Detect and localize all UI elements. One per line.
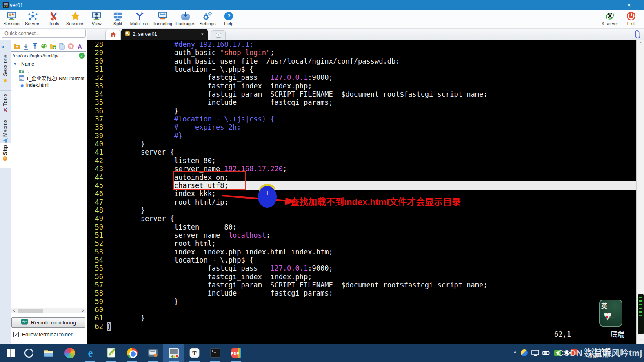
taskbar-app-pdf[interactable]: PDF	[226, 344, 246, 362]
line-number: 43	[91, 165, 103, 173]
taskbar-app-cmd[interactable]: >_	[205, 344, 226, 362]
main-toolbar: SessionServersToolsSessionsViewSplitMult…	[0, 10, 644, 29]
code-text: server {	[107, 148, 174, 156]
upload-icon[interactable]	[31, 43, 38, 50]
split-icon	[113, 11, 123, 21]
ball-icon[interactable]	[520, 349, 528, 357]
new-tab-button[interactable]: +	[211, 30, 226, 40]
taskbar-app-notepadpp[interactable]	[101, 344, 122, 362]
rename-icon[interactable]: A	[76, 43, 83, 50]
terminal-line: 35 include fastcgi_params;	[87, 98, 636, 106]
toolbar-sessions[interactable]: Sessions	[64, 10, 86, 29]
line-number: 37	[91, 115, 103, 123]
line-number: 57	[91, 281, 103, 289]
terminal-screen[interactable]: 28 #deny 192.168.17.1;29 auth_basic "sho…	[87, 40, 636, 344]
taskbar-app-mobaxterm[interactable]	[163, 344, 184, 362]
taskbar-app-player[interactable]	[59, 344, 80, 362]
toolbar-view[interactable]: View	[86, 10, 107, 29]
line-content: index index.php index.html index.htm;	[107, 248, 636, 256]
toolbar-help[interactable]: ?Help	[218, 10, 240, 29]
view-icon	[91, 11, 102, 21]
toolbar-tools[interactable]: Tools	[43, 10, 64, 29]
path-go-icon[interactable]: ✓	[79, 53, 85, 59]
file-tree-header[interactable]: ▾ Name	[11, 61, 86, 68]
download-icon[interactable]	[22, 43, 29, 50]
terminal-line: 41 server {	[87, 148, 636, 156]
tab-close-icon[interactable]: ×	[201, 31, 204, 37]
line-number: 50	[91, 223, 103, 231]
toolbar-session[interactable]: Session	[1, 10, 22, 29]
folder-up-icon[interactable]	[13, 43, 20, 50]
scroll-right-icon[interactable]: >	[81, 309, 86, 313]
minimize-button[interactable]	[581, 0, 600, 10]
file-row-1-lnmp-torrent[interactable]: 1_企业架构之LNMP.torrent	[11, 75, 86, 82]
terminal-line: 33 fastcgi_index index.php;	[87, 82, 636, 90]
code-text: ;	[270, 49, 274, 57]
follow-terminal-folder-checkbox[interactable]: ✓	[13, 332, 19, 337]
tunneling-icon	[158, 11, 168, 21]
taskbar-app-chrome[interactable]	[122, 344, 142, 362]
toolbar-tunneling[interactable]: Tunneling	[151, 10, 174, 29]
annotation-text: 查找加载不到index.html文件才会显示目录	[290, 194, 461, 207]
toolbar-label: Tunneling	[153, 21, 172, 26]
file-row--[interactable]: ..	[11, 68, 86, 75]
maximize-button[interactable]	[600, 0, 620, 10]
code-text: :9000;	[308, 264, 333, 272]
quick-connect-input[interactable]	[2, 29, 86, 38]
line-content: }	[107, 314, 636, 322]
sftp-path-input[interactable]	[11, 53, 79, 59]
battery-icon[interactable]	[542, 349, 550, 357]
line-number: 38	[91, 123, 103, 131]
toolbar-multiexec[interactable]: MultiExec	[129, 10, 151, 29]
new-folder-icon[interactable]	[49, 43, 56, 50]
code-text: fastcgi_index index.php;	[107, 273, 312, 281]
sidebar-tab-sessions[interactable]: Sessions★	[0, 53, 11, 90]
hscroll-thumb[interactable]	[18, 309, 43, 313]
sftp-panel: A ✓ ▾ Name ..1_企业架构之LNMP.torrentindex.ht…	[11, 40, 87, 344]
sidebar-tab-tools[interactable]: Tools	[0, 92, 11, 117]
close-button[interactable]: ×	[620, 0, 639, 10]
home-tab[interactable]	[105, 30, 121, 40]
collapse-sidebar-icon[interactable]: «	[1, 43, 4, 50]
taskbar-app-edge[interactable]: e	[80, 344, 101, 362]
tray-expand-icon[interactable]: ^	[514, 350, 516, 356]
line-number: 31	[91, 65, 103, 73]
terminal-line: 28 #deny 192.168.17.1;	[87, 40, 636, 49]
new-file-icon[interactable]	[58, 43, 65, 50]
sidebar-hscrollbar[interactable]: < >	[11, 308, 86, 313]
taskbar-app-vmware[interactable]	[142, 344, 163, 362]
scroll-left-icon[interactable]: <	[11, 309, 16, 313]
refresh-icon[interactable]	[40, 43, 47, 50]
terminal-line: 38 # expires 2h;	[87, 123, 636, 131]
terminal-line: 56 fastcgi_index index.php;	[87, 273, 636, 281]
line-content: auth_basic_user_file /usr/local/nginx/co…	[107, 57, 636, 65]
delete-icon[interactable]	[67, 43, 74, 50]
remote-monitoring-button[interactable]: Remote monitoring	[11, 317, 85, 328]
code-text: #}	[107, 132, 182, 140]
tab-server01[interactable]: 2. server01 ×	[121, 29, 208, 40]
scroll-up-icon[interactable]: ⌃	[637, 41, 644, 46]
sidebar-tab-macros[interactable]: Macros	[0, 118, 11, 142]
toolbar-settings[interactable]: Settings	[197, 10, 218, 29]
start-button[interactable]	[2, 344, 20, 362]
toolbar-x-server[interactable]: XX server	[599, 10, 620, 29]
code-text: auth_basic	[107, 49, 220, 57]
file-row-index-html[interactable]: index.html	[11, 82, 86, 88]
cortana-button[interactable]	[20, 344, 38, 362]
sidebar-tab-sftp[interactable]: Sftp	[0, 143, 11, 168]
scroll-down-icon[interactable]: ⌄	[637, 336, 644, 342]
toolbar-label: Exit	[627, 21, 635, 26]
edit-icon[interactable]	[85, 43, 86, 50]
toolbar-exit[interactable]: Exit	[620, 10, 642, 29]
monitor-icon[interactable]	[531, 349, 539, 357]
terminal-line: 50 listen 80;	[87, 223, 636, 231]
line-number: 45	[91, 181, 103, 190]
toolbar-servers[interactable]: Servers	[22, 10, 43, 29]
toolbar-split[interactable]: Split	[107, 10, 129, 29]
toolbar-packages[interactable]: Packages	[174, 10, 197, 29]
code-text: }	[107, 314, 145, 322]
taskbar-app-typora[interactable]: T	[184, 344, 205, 362]
mobaxterm-window: server01 × SessionServersToolsSessionsVi…	[0, 0, 644, 362]
attachment-icon[interactable]	[633, 30, 641, 39]
taskbar-app-explorer[interactable]	[38, 344, 59, 362]
